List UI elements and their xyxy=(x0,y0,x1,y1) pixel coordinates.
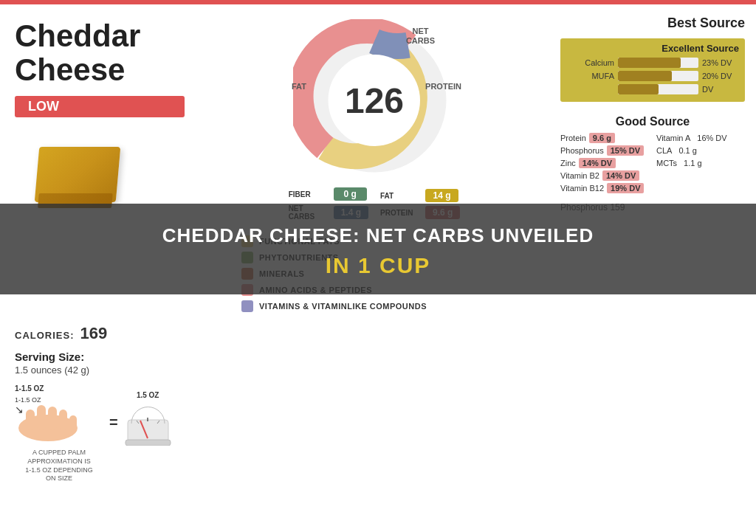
gs-zinc: Zinc 14% DV xyxy=(560,158,649,168)
good-source-title: Good Source xyxy=(560,115,745,128)
best-source-title: Best Source xyxy=(560,15,745,31)
extra-track xyxy=(618,84,698,94)
gs-phosphorus-value: 15% DV xyxy=(607,145,644,156)
gs-vitb2-value: 14% DV xyxy=(602,170,639,181)
legend-vitamins: VITAMINS & VITAMINLIKE COMPOUNDS xyxy=(241,300,507,312)
fat-label: FAT xyxy=(380,192,421,200)
gs-empty1-value xyxy=(659,175,667,176)
gs-mcts: MCTs 1.1 g xyxy=(656,158,745,168)
donut-fat-label: FAT xyxy=(292,82,306,91)
macro-fat: FAT 14 g xyxy=(380,189,460,202)
gs-protein-value: 9.6 g xyxy=(589,133,615,143)
gs-protein: Protein 9.6 g xyxy=(560,133,649,143)
gs-cla: CLA 0.1 g xyxy=(656,145,745,156)
fat-value: 14 g xyxy=(425,189,458,202)
gs-empty2 xyxy=(656,183,745,193)
palm-arrow-label: 1-1.5 OZ ↘ xyxy=(15,396,41,415)
gs-mcts-label: MCTs xyxy=(656,159,677,167)
overlay: CHEDDAR CHEESE: NET CARBS UNVEILED IN 1 … xyxy=(0,204,756,294)
good-source-grid: Protein 9.6 g Vitamin A 16% DV Phosphoru… xyxy=(560,133,745,193)
gs-vitb12-value: 19% DV xyxy=(607,183,644,193)
excellent-source-title: Excellent Source xyxy=(566,43,739,54)
palm-hand-container: 1-1.5 OZ ↘ xyxy=(15,395,103,446)
scale-container: 1.5 OZ xyxy=(124,391,172,446)
svg-rect-3 xyxy=(48,407,57,430)
gs-empty2-value xyxy=(659,187,667,189)
svg-rect-4 xyxy=(59,410,67,430)
donut-protein-label: PROTEIN xyxy=(425,82,461,91)
cheese-image xyxy=(35,147,121,202)
excellent-source-section: Excellent Source Calcium 23% DV MUFA 20%… xyxy=(560,38,745,102)
gs-vita-value: 16% DV xyxy=(693,133,730,143)
calcium-pct: 23% DV xyxy=(702,58,739,67)
main-content: CheddarCheese LOW CALORIES: 169 Serving … xyxy=(0,4,756,532)
svg-rect-6 xyxy=(128,420,168,442)
gs-zinc-label: Zinc xyxy=(560,159,576,167)
palm-oz-label: 1-1.5 OZ xyxy=(15,384,44,393)
scale-svg xyxy=(124,401,172,446)
equals-sign: = xyxy=(109,414,118,431)
overlay-title: CHEDDAR CHEESE: NET CARBS UNVEILED xyxy=(15,224,741,247)
gs-vitb12-label: Vitamin B12 xyxy=(560,184,604,193)
mufa-label: MUFA xyxy=(566,72,614,80)
calcium-fill xyxy=(618,58,681,68)
donut-net-carbs-label: NETCARBS xyxy=(406,27,435,46)
gs-cla-label: CLA xyxy=(656,146,672,155)
fiber-value: 0 g xyxy=(334,187,367,201)
extra-fill xyxy=(618,84,659,94)
serving-size-section: Serving Size: 1.5 ounces (42 g) xyxy=(15,350,185,376)
low-badge: LOW xyxy=(15,96,185,117)
gs-cla-value: 0.1 g xyxy=(675,145,700,156)
overlay-subtitle: IN 1 CUP xyxy=(15,253,741,278)
calcium-bar-row: Calcium 23% DV xyxy=(566,58,739,68)
gs-zinc-value: 14% DV xyxy=(579,158,616,168)
gs-phosphorus-label: Phosphorus xyxy=(560,146,604,155)
gs-vita: Vitamin A 16% DV xyxy=(656,133,745,143)
gs-vitb2: Vitamin B2 14% DV xyxy=(560,170,649,181)
gs-protein-label: Protein xyxy=(560,134,586,142)
gs-mcts-value: 1.1 g xyxy=(680,158,705,168)
serving-size-value: 1.5 ounces (42 g) xyxy=(15,365,185,376)
extra-bar-row: DV xyxy=(566,84,739,94)
calcium-label: Calcium xyxy=(566,58,614,67)
legend-dot-vitamins xyxy=(241,300,253,312)
mufa-track xyxy=(618,71,698,81)
legend-label-vitamins: VITAMINS & VITAMINLIKE COMPOUNDS xyxy=(259,302,427,311)
palm-area: 1-1.5 OZ 1-1.5 OZ ↘ xyxy=(15,384,103,446)
food-title: CheddarCheese xyxy=(15,19,185,87)
mufa-pct: 20% DV xyxy=(702,72,739,80)
calories-row: CALORIES: 169 xyxy=(15,324,185,343)
gs-vitb2-label: Vitamin B2 xyxy=(560,171,599,180)
donut-center-calories: 126 xyxy=(345,80,404,121)
extra-pct: DV xyxy=(702,85,739,94)
fiber-label: FIBER xyxy=(289,190,329,198)
donut-chart-container: 126 NETCARBS PROTEIN FAT xyxy=(293,19,456,182)
mufa-fill xyxy=(618,71,672,81)
calories-value: 169 xyxy=(80,324,108,343)
palm-scale-area: 1-1.5 OZ 1-1.5 OZ ↘ xyxy=(15,384,185,446)
gs-vitb12: Vitamin B12 19% DV xyxy=(560,183,649,193)
macro-fiber: FIBER 0 g xyxy=(289,187,368,201)
gs-phosphorus: Phosphorus 15% DV xyxy=(560,145,649,156)
svg-rect-11 xyxy=(126,440,171,446)
calories-label: CALORIES: xyxy=(15,330,75,341)
palm-caption: A CUPPED PALM APPROXIMATION IS 1-1.5 OZ … xyxy=(15,449,103,483)
gs-vita-label: Vitamin A xyxy=(656,134,690,142)
mufa-bar-row: MUFA 20% DV xyxy=(566,71,739,81)
calcium-track xyxy=(618,58,698,68)
scale-oz-label: 1.5 OZ xyxy=(137,391,159,399)
serving-size-title: Serving Size: xyxy=(15,350,185,363)
gs-empty1 xyxy=(656,170,745,181)
svg-rect-5 xyxy=(69,415,77,432)
